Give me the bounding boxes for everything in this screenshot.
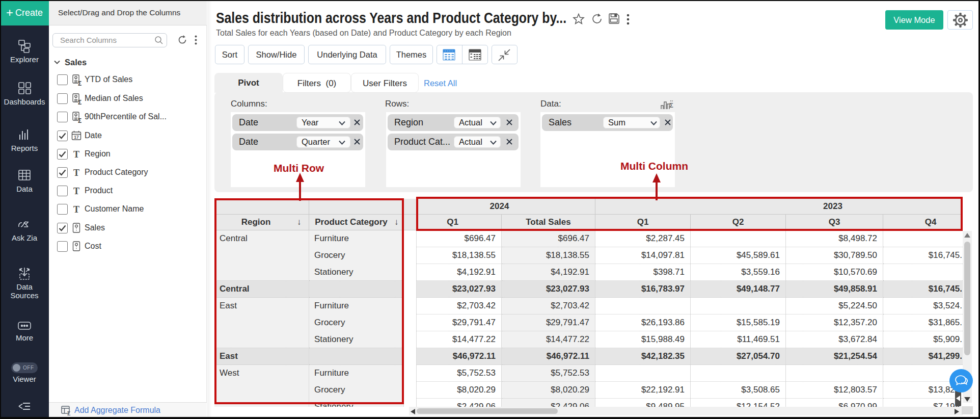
svg-text:T: T bbox=[73, 186, 79, 196]
svg-text:17: 17 bbox=[74, 135, 79, 140]
svg-text:T: T bbox=[73, 204, 79, 215]
svg-text:T: T bbox=[73, 168, 79, 178]
svg-text:T: T bbox=[73, 149, 79, 160]
svg-text:Σ: Σ bbox=[78, 80, 81, 86]
svg-text:Σ: Σ bbox=[669, 101, 673, 109]
svg-text:Σ: Σ bbox=[78, 117, 81, 123]
svg-text:Σ: Σ bbox=[78, 99, 81, 104]
svg-text:Σ: Σ bbox=[67, 410, 70, 415]
